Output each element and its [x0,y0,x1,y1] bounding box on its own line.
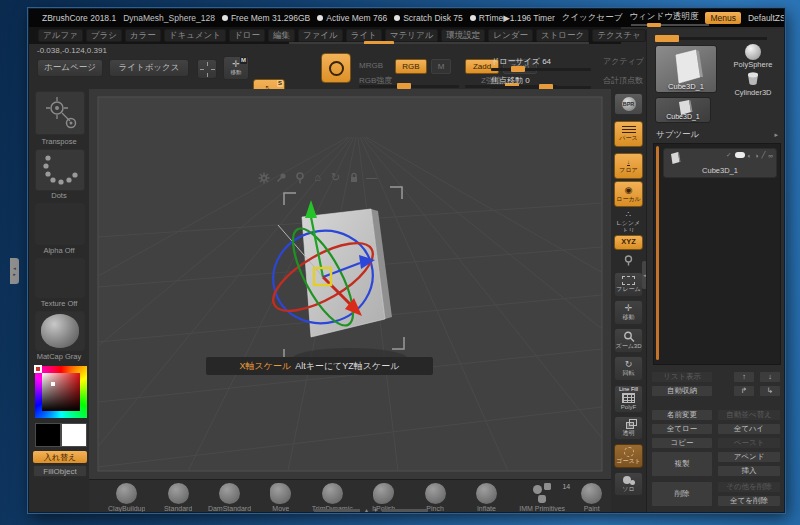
frame-button[interactable]: フレーム [614,272,643,297]
rotate-view-button[interactable]: ↻ 回転 [614,356,643,381]
half-visibility-icon[interactable]: ◐ [748,152,752,159]
secondary-color-swatch[interactable] [61,423,87,447]
brush-standard[interactable]: Standard [152,483,203,512]
subtool-down-button[interactable]: ↓ [759,371,781,383]
delete-all-button[interactable]: 全てを削除 [717,495,781,507]
locator-pin-icon[interactable] [293,171,306,184]
menu-item-stroke[interactable]: ストローク [536,29,589,43]
zscript-button[interactable]: DefaultZScript [748,13,785,23]
brush-imm-primitives[interactable]: 14 IMM Primitives [512,483,572,512]
viewport-3d-scene[interactable] [89,89,611,479]
visibility-eye-icon[interactable] [735,152,745,158]
home-icon[interactable]: ⌂ [311,171,324,184]
rgb-button[interactable]: RGB [395,59,427,74]
brush-inflate[interactable]: Inflate [461,483,512,512]
rgb-intensity-slider[interactable] [359,85,459,88]
current-tool-thumbnail[interactable]: Cube3D_1 [655,45,717,93]
y-axis-toggle-button[interactable] [614,253,643,267]
reset-icon[interactable]: ↻ [329,171,342,184]
slider-handle[interactable] [511,66,525,72]
scrollbar-segment[interactable] [314,509,360,512]
draw-mode-button[interactable] [321,53,351,83]
list-view-button[interactable]: リスト表示 [651,371,713,383]
shift-up-button[interactable]: ↱ [733,385,755,397]
paste-button[interactable]: ペースト [717,437,781,449]
scroll-up-arrow-icon[interactable]: ▲ [364,508,369,513]
subtool-up-button[interactable]: ↑ [733,371,755,383]
draw-size-slider[interactable] [491,68,591,71]
menu-item-render[interactable]: レンダー [488,29,533,43]
delete-other-button[interactable]: その他を削除 [717,481,781,493]
subtool-scrollbar[interactable] [656,146,659,360]
focal-shift-slider-label[interactable]: 焦点移動 0 [491,75,530,86]
select-check-icon[interactable]: ✓ [726,151,731,159]
menu-item-color[interactable]: カラー [125,29,161,43]
scrollbar-handle[interactable] [655,35,679,42]
current-material-button[interactable] [35,311,85,351]
menu-item-texture[interactable]: テクスチャ [592,29,646,43]
bpr-render-button[interactable]: BPR [614,93,643,115]
solo-button[interactable]: ソロ [614,472,643,496]
brush-damstandard[interactable]: DamStandard [204,483,255,512]
scroll-down-arrow-icon[interactable]: ▼ [373,508,378,513]
all-high-button[interactable]: 全てハイ [717,423,781,435]
uv-loop-icon[interactable]: ∞ [768,152,773,159]
color-gradient-area[interactable] [42,373,80,411]
ghost-button[interactable]: ゴースト [614,444,643,468]
move-mode-button[interactable]: M ✛ 移動 [223,56,249,80]
tool-slot-cylinder3d[interactable]: Cylinder3D [723,71,783,97]
shift-down-button[interactable]: ↳ [759,385,781,397]
slider-track[interactable] [631,24,709,26]
menu-item-alpha[interactable]: アルファ [38,29,83,43]
slider-handle[interactable] [647,23,661,27]
polyframe-button[interactable]: Line Fill PolyF [614,385,643,413]
menu-item-brush[interactable]: ブラシ [86,29,122,43]
insert-button[interactable]: 挿入 [717,465,781,477]
lock-icon[interactable] [347,171,360,184]
current-stroke-button[interactable] [35,149,85,191]
delete-button[interactable]: 削除 [651,481,713,507]
duplicate-button[interactable]: 複製 [651,451,713,477]
append-button[interactable]: アペンド [717,451,781,463]
subtool-item[interactable]: ✓ ◐ ◑ ╱ ∞ Cube3D_1 [663,148,777,178]
gear-icon[interactable] [257,171,270,184]
switch-color-button[interactable]: 入れ替え [33,451,87,463]
auto-collapse-button[interactable]: 自動収納 [651,385,713,397]
left-tray-toggle-handle[interactable]: ◂▸ [10,258,19,284]
menus-button[interactable]: Menus [705,12,741,24]
menu-item-draw[interactable]: ドロー [229,29,265,43]
xyz-axis-button[interactable]: XYZ [614,235,643,250]
pointer-mode-button[interactable] [197,59,217,79]
scrollbar-segment[interactable] [382,509,428,512]
polypaint-brush-icon[interactable]: ╱ [761,151,765,159]
current-alpha-button[interactable] [35,203,85,245]
info-icon[interactable]: ◑ [755,152,759,159]
all-low-button[interactable]: 全てロー [651,423,713,435]
brush-claybuildup[interactable]: ClayBuildup [101,483,152,512]
menu-item-document[interactable]: ドキュメント [164,29,226,43]
pan-move-button[interactable]: ✛ 移動 [614,300,643,325]
local-symmetry-button[interactable]: ∴ L.シンメトリ [614,211,643,233]
main-color-swatch[interactable] [35,423,61,447]
zoom3d-button[interactable]: ズーム3D [614,328,643,353]
current-texture-button[interactable] [35,258,85,298]
menu-item-preferences[interactable]: 環境設定 [441,29,485,43]
brush-tray-scrollbar[interactable]: ▲ ▼ [314,508,434,512]
current-brush-button[interactable] [35,91,85,135]
brush-paint[interactable]: Paint [572,483,611,512]
fill-object-button[interactable]: FillObject [33,465,87,477]
pin-icon[interactable] [275,171,288,184]
viewport-canvas[interactable]: ⌂ ↻ — X軸スケール AltキーにてYZ軸スケール [89,89,611,479]
tool-tray-scrollbar[interactable] [655,37,767,40]
local-button[interactable]: ◉ ローカル [614,181,643,207]
quick-save-button[interactable]: クイックセーブ [562,12,623,24]
m-button[interactable]: M [431,59,451,74]
brush-move[interactable]: Move [255,483,306,512]
color-picker[interactable] [35,366,87,418]
window-opacity-slider[interactable]: ウィンドウ透明度 [629,11,698,26]
auto-reorder-button[interactable]: 自動並べ替え [717,409,781,421]
collapse-icon[interactable]: — [365,171,378,184]
menu-item-edit[interactable]: 編集 [268,29,295,43]
homepage-button[interactable]: ホームページ [37,59,103,77]
floor-button[interactable]: ↓ フロア [614,153,643,179]
